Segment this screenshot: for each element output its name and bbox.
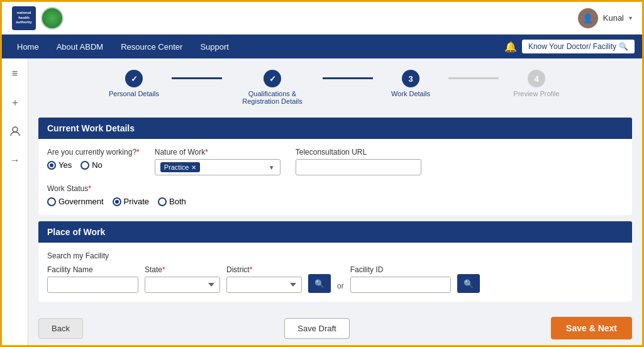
status-private[interactable]: Private	[113, 197, 149, 206]
facility-id-group: Facility ID	[350, 265, 451, 293]
form-footer: Back Save Draft Save & Next	[38, 312, 632, 344]
working-label: Are you currently working?*	[47, 148, 140, 157]
search-icon: 🔍	[314, 279, 325, 289]
step-1-label: Personal Details	[109, 90, 159, 97]
working-no[interactable]: No	[80, 160, 103, 170]
nature-select[interactable]: Practice ✕ ▼	[155, 159, 280, 175]
step-4: 4 Preview Profile	[499, 70, 574, 97]
bell-icon[interactable]: 🔔	[504, 41, 517, 53]
sidebar: ≡ ＋ →	[2, 58, 28, 345]
step-2-circle: ✓	[264, 70, 281, 87]
dropdown-arrow-icon: ▼	[269, 164, 275, 171]
teleconsult-input[interactable]	[296, 159, 421, 175]
nature-label: Nature of Work*	[155, 148, 280, 157]
step-3: 3 Work Details	[373, 70, 448, 97]
facility-search-button[interactable]: 🔍	[308, 274, 331, 293]
teleconsult-label: Teleconsultation URL	[296, 148, 421, 157]
current-work-header: Current Work Details	[38, 118, 632, 139]
step-2-label: Qualifications & Registration Details	[235, 90, 310, 105]
stepper: ✓ Personal Details ✓ Qualifications & Re…	[38, 66, 632, 111]
tag-close-icon[interactable]: ✕	[191, 164, 196, 171]
step-3-label: Work Details	[391, 90, 430, 97]
district-select[interactable]	[226, 277, 302, 293]
sidebar-add-icon[interactable]: ＋	[6, 94, 24, 111]
facility-id-input[interactable]	[350, 277, 451, 293]
facility-name-group: Facility Name	[47, 265, 138, 293]
user-name: Kunal	[603, 13, 624, 23]
search-icon: 🔍	[619, 42, 628, 51]
top-header: national health authority 👤 Kunal ▾	[2, 2, 642, 35]
nature-group: Nature of Work* Practice ✕ ▼	[155, 148, 280, 175]
content-area: ✓ Personal Details ✓ Qualifications & Re…	[28, 58, 642, 345]
current-work-card: Current Work Details Are you currently w…	[38, 118, 632, 215]
radio-gov-btn	[47, 197, 56, 206]
work-status-group: Work Status* Government Private	[47, 184, 186, 206]
know-doctor-button[interactable]: Know Your Doctor/ Facility 🔍	[522, 40, 635, 53]
save-draft-button[interactable]: Save Draft	[284, 318, 349, 339]
sidebar-menu-icon[interactable]: ≡	[6, 65, 24, 82]
state-group: State*	[145, 265, 220, 293]
nav-home[interactable]: Home	[9, 38, 47, 55]
nature-tag: Practice ✕	[160, 162, 201, 172]
connector-1-2	[172, 77, 222, 79]
avatar: 👤	[578, 8, 598, 28]
step-3-circle: 3	[402, 70, 419, 87]
logo-area: national health authority	[12, 6, 64, 30]
facility-id-label: Facility ID	[350, 265, 451, 274]
district-group: District*	[226, 265, 302, 293]
radio-yes-btn	[47, 161, 56, 170]
chevron-down-icon: ▾	[629, 14, 632, 21]
state-label: State*	[145, 265, 220, 274]
search-facility-label: Search my Facility	[47, 251, 623, 260]
nav-resource[interactable]: Resource Center	[113, 38, 190, 55]
step-2: ✓ Qualifications & Registration Details	[222, 70, 323, 105]
search-icon-2: 🔍	[464, 279, 474, 289]
working-radio-group: Yes No	[47, 160, 140, 170]
state-select[interactable]	[145, 277, 220, 293]
nha-logo: national health authority	[12, 6, 36, 30]
work-status-label: Work Status*	[47, 184, 186, 193]
facility-search-row: Facility Name State*	[47, 265, 623, 293]
status-government[interactable]: Government	[47, 197, 104, 206]
connector-2-3	[323, 77, 373, 79]
facility-name-input[interactable]	[47, 277, 138, 293]
step-4-circle: 4	[528, 70, 545, 87]
connector-3-4	[448, 77, 499, 79]
sidebar-logout-icon[interactable]: →	[6, 151, 24, 169]
radio-private-btn	[113, 197, 121, 206]
facility-id-search-button[interactable]: 🔍	[457, 274, 480, 293]
working-yes[interactable]: Yes	[47, 160, 72, 170]
facility-name-label: Facility Name	[47, 265, 138, 274]
sidebar-profile-icon[interactable]	[6, 123, 24, 140]
status-both[interactable]: Both	[158, 197, 186, 206]
user-menu[interactable]: 👤 Kunal ▾	[578, 8, 632, 28]
place-of-work-header: Place of Work	[38, 221, 632, 243]
work-status-radio-group: Government Private Both	[47, 197, 186, 206]
save-next-button[interactable]: Save & Next	[551, 317, 632, 339]
or-divider: or	[337, 282, 344, 293]
step-1-circle: ✓	[125, 70, 143, 87]
back-button[interactable]: Back	[38, 318, 83, 339]
ayushman-logo	[41, 7, 64, 30]
place-of-work-card: Place of Work Search my Facility Facilit…	[38, 221, 632, 302]
district-label: District*	[226, 265, 302, 274]
nav-bar: Home About ABDM Resource Center Support …	[2, 35, 642, 58]
nav-abdm[interactable]: About ABDM	[49, 38, 111, 55]
step-4-label: Preview Profile	[513, 90, 559, 97]
working-group: Are you currently working?* Yes No	[47, 148, 140, 170]
radio-both-btn	[158, 197, 167, 206]
teleconsult-group: Teleconsultation URL	[296, 148, 421, 175]
radio-no-btn	[80, 161, 89, 170]
nav-support[interactable]: Support	[192, 38, 236, 55]
step-1: ✓ Personal Details	[96, 70, 172, 97]
svg-point-0	[13, 127, 18, 132]
